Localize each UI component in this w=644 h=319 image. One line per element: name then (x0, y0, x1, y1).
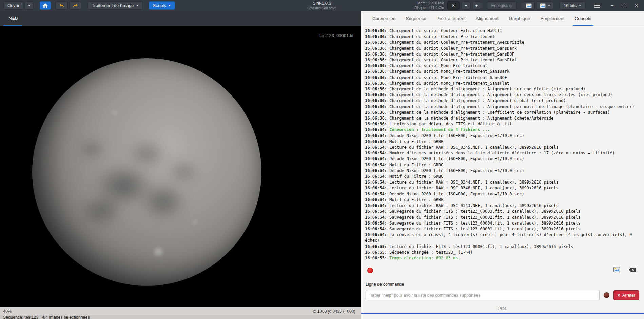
progress-bar (361, 313, 644, 314)
console-line: 16:06:36: Chargement du script Couleur_P… (365, 40, 641, 45)
record-indicator (367, 268, 373, 273)
chevron-down-icon (136, 5, 139, 6)
command-input[interactable] (366, 290, 600, 300)
image-processing-label: Traitement de l'image (92, 3, 134, 8)
bit-depth-dropdown[interactable]: 16 bits (560, 1, 585, 10)
snapshot-dropdown-button[interactable] (537, 1, 553, 10)
console-log: 16:06:36: Chargement du script Couleur_E… (361, 26, 644, 264)
tab-console[interactable]: Console (570, 11, 597, 26)
console-line: 16:06:36: Chargement du script Mono_Pre-… (365, 63, 641, 69)
home-button[interactable] (40, 1, 51, 10)
console-line: 16:06:54: Décode Nikon D200 file (ISO=80… (365, 156, 641, 162)
tab-nb[interactable]: N&B (3, 11, 23, 25)
snapshot-button[interactable] (523, 1, 535, 10)
right-tabbar: ConversionSéquencePré-traitementAligneme… (361, 11, 644, 26)
tab-pre-traitement[interactable]: Pré-traitement (431, 11, 471, 26)
console-line: 16:06:55: Temps d'exécution: 692.83 ms. (365, 255, 641, 261)
left-tabbar: N&B (0, 11, 361, 26)
console-line: 16:06:36: Chargement du script Couleur_P… (365, 46, 641, 51)
close-icon: × (618, 293, 620, 298)
console-line: 16:06:54: Nombre d'images autorisées dan… (365, 150, 641, 156)
console-line: 16:06:54: Décode Nikon D200 file (ISO=80… (365, 191, 641, 197)
tab-graphique[interactable]: Graphique (504, 11, 535, 26)
console-line: 16:06:36: Chargement du script Couleur_P… (365, 34, 641, 40)
toolbar-left-group: Ouvrir Traitement de l'image Scripts (3, 1, 175, 10)
sequence-info: Séquence: test123_ 4/4 images sélectionn… (3, 315, 361, 319)
console-line: 16:06:36: Chargement de la méthode d'ali… (365, 98, 641, 104)
console-line: 16:06:36: Chargement du script Couleur_P… (365, 57, 641, 63)
image-canvas[interactable]: test123_00001.fit (0, 26, 361, 307)
titlebar: Ouvrir Traitement de l'image Scripts Sir… (0, 0, 644, 11)
console-line: 16:06:54: Motif du Filtre : GRBG (365, 162, 641, 168)
command-line-label: Ligne de commande (366, 282, 404, 287)
processing-indicator-icon (604, 292, 609, 298)
console-line: 16:06:36: Chargement de la méthode d'ali… (365, 104, 641, 110)
console-line: 16:06:36: Chargement du script Mono_Pre-… (365, 75, 641, 81)
console-line: 16:06:55: Séquence chargée : test123_ (1… (365, 250, 641, 255)
save-button[interactable]: Enregistrer (487, 1, 517, 10)
maximize-icon (623, 4, 626, 7)
increase-button[interactable]: + (472, 1, 481, 10)
resource-info: Mem : 225.8 Mio Disque : 471.9 Gio (414, 1, 444, 10)
console-line: 16:06:36: L'extension par défaut des FIT… (365, 121, 641, 127)
console-line: 16:06:54: Lecture du fichier RAW : DSC_0… (365, 185, 641, 191)
export-log-button[interactable] (613, 267, 620, 274)
console-line: 16:06:55: Lecture du fichier FITS : test… (365, 244, 641, 250)
disk-usage: Disque : 471.9 Gio (414, 6, 444, 10)
redo-button[interactable] (69, 1, 81, 10)
console-line: 16:06:54: Sauvegarde du fichier FITS : t… (365, 226, 641, 232)
snapshot-icon (540, 3, 546, 8)
tab-empilement[interactable]: Empilement (535, 11, 569, 26)
stop-button-label: Arrêter (622, 293, 635, 298)
minimize-button[interactable]: − (610, 3, 613, 9)
tab-sequence[interactable]: Séquence (401, 11, 431, 26)
undo-icon (59, 3, 65, 8)
clear-console-button[interactable] (629, 267, 636, 274)
maximize-button[interactable] (623, 3, 626, 9)
home-icon (43, 3, 48, 8)
undo-button[interactable] (56, 1, 68, 10)
tab-alignement[interactable]: Alignement (471, 11, 504, 26)
console-line: 16:06:54: Décode Nikon D200 file (ISO=80… (365, 168, 641, 174)
console-line: 16:06:54: Lecture du fichier RAW : DSC_0… (365, 179, 641, 185)
stop-button[interactable]: × Arrêter (613, 290, 639, 300)
decrease-button[interactable]: − (462, 1, 470, 10)
console-line: 16:06:54: Sauvegarde du fichier FITS : t… (365, 209, 641, 214)
window-controls: − × (610, 3, 638, 9)
sequence-statusbar: Séquence: test123_ 4/4 images sélectionn… (0, 315, 361, 319)
console-line: 16:06:36: Chargement du script Couleur_E… (365, 28, 641, 34)
close-button[interactable]: × (635, 3, 638, 9)
zoom-level: 40% (3, 309, 12, 314)
console-line: 16:06:54: Sauvegarde du fichier FITS : t… (365, 215, 641, 220)
moon-image (32, 58, 261, 286)
command-row: × Arrêter (366, 290, 639, 301)
console-line: 16:06:36: Chargement du script Mono_Pre-… (365, 81, 641, 86)
console-line: 16:06:54: Décode Nikon D200 file (ISO=80… (365, 133, 641, 139)
value-spinbox[interactable]: 8 (447, 1, 460, 10)
console-line: 16:06:54: Lecture du fichier RAW : DSC_0… (365, 203, 641, 209)
console-line: 16:06:36: Chargement de la méthode d'ali… (365, 92, 641, 98)
window-title-block: Siril-1.0.3 C:\astro\Siril save (307, 1, 336, 10)
chevron-down-icon (28, 5, 31, 6)
console-actions (613, 267, 636, 274)
tab-conversion[interactable]: Conversion (367, 11, 401, 26)
console-line: 16:06:36: Chargement de la méthode d'ali… (365, 86, 641, 92)
console-line: 16:06:54: La conversion a réussi, 4 fich… (365, 232, 641, 243)
scripts-button[interactable]: Scripts (149, 1, 175, 10)
app-title: Siril-1.0.3 (307, 1, 336, 6)
console-line: 16:06:36: Chargement de la méthode d'ali… (365, 115, 641, 121)
console-line: 16:06:36: Chargement de la méthode d'ali… (365, 110, 641, 115)
console-line: 16:06:54: Lecture du fichier RAW : DSC_0… (365, 145, 641, 150)
memory-usage: Mem : 225.8 Mio (414, 1, 444, 6)
clear-console-icon (629, 267, 636, 272)
open-button[interactable]: Ouvrir (3, 1, 23, 10)
console-line: 16:06:54: Motif du Filtre : GRBG (365, 174, 641, 179)
console-line: 16:06:36: Chargement du script Mono_Pre-… (365, 69, 641, 75)
menu-button[interactable] (591, 1, 603, 10)
chevron-down-icon (168, 5, 171, 6)
image-processing-button[interactable]: Traitement de l'image (87, 1, 142, 10)
hamburger-icon (594, 4, 600, 8)
image-panel: N&B test123_00001.fit 40% x: 1060 y: 043… (0, 11, 361, 319)
open-dropdown-button[interactable] (25, 1, 34, 10)
chevron-down-icon (579, 5, 581, 6)
